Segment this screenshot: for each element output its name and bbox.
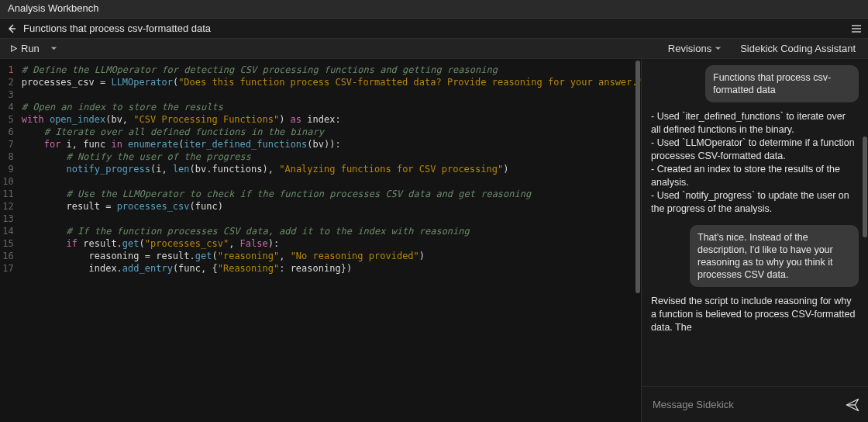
toolbar: Run Revisions Sidekick Coding Assistant: [0, 39, 868, 59]
line-number-gutter: 1234567891011121314151617: [0, 59, 17, 422]
chat-user-message: Functions that process csv-formatted dat…: [705, 65, 859, 102]
code-line[interactable]: # Open an index to store the results: [22, 101, 641, 113]
line-number: 14: [0, 225, 14, 237]
code-line[interactable]: # Iterate over all defined functions in …: [22, 126, 641, 138]
send-icon: [845, 397, 860, 413]
line-number: 15: [0, 237, 14, 250]
code-line[interactable]: for i, func in enumerate(iter_defined_fu…: [22, 138, 641, 150]
menu-button[interactable]: [848, 20, 865, 37]
code-line[interactable]: result = processes_csv(func): [22, 200, 641, 213]
top-bar: Functions that process csv-formatted dat…: [0, 19, 868, 39]
code-line[interactable]: processes_csv = LLMOperator("Does this f…: [22, 76, 641, 88]
revisions-label: Revisions: [668, 43, 711, 54]
chat-scroll-area[interactable]: Functions that process csv-formatted dat…: [642, 59, 868, 386]
line-number: 4: [0, 101, 14, 113]
code-line[interactable]: # Notify the user of the progress: [22, 150, 641, 163]
code-line[interactable]: reasoning = result.get("reasoning", "No …: [22, 250, 641, 262]
run-label: Run: [21, 43, 40, 54]
code-line[interactable]: [22, 213, 641, 225]
code-line[interactable]: # If the function processes CSV data, ad…: [22, 225, 641, 237]
line-number: 6: [0, 126, 14, 138]
chat-input-row: [642, 386, 868, 422]
line-number: 3: [0, 88, 14, 101]
line-number: 2: [0, 76, 14, 88]
line-number: 7: [0, 138, 14, 150]
line-number: 8: [0, 150, 14, 163]
send-button[interactable]: [845, 397, 860, 413]
hamburger-icon: [851, 23, 862, 34]
code-editor[interactable]: 1234567891011121314151617 # Define the L…: [0, 59, 641, 422]
chat-input[interactable]: [653, 399, 845, 410]
line-number: 16: [0, 250, 14, 262]
code-line[interactable]: with open_index(bv, "CSV Processing Func…: [22, 113, 641, 126]
chat-assistant-message: - Used `iter_defined_functions` to itera…: [651, 110, 857, 216]
play-icon: [9, 44, 18, 53]
assistant-panel-title: Sidekick Coding Assistant: [728, 43, 863, 54]
revisions-dropdown[interactable]: Revisions: [662, 43, 728, 54]
line-number: 1: [0, 64, 14, 76]
chat-user-message: That's nice. Instead of the description,…: [690, 225, 859, 287]
code-line[interactable]: [22, 175, 641, 188]
line-number: 9: [0, 163, 14, 175]
assistant-panel: Functions that process csv-formatted dat…: [641, 59, 868, 422]
run-dropdown-icon[interactable]: [50, 45, 57, 52]
scrollbar-thumb[interactable]: [863, 137, 867, 237]
line-number: 11: [0, 188, 14, 200]
app-title: Analysis Workbench: [8, 2, 99, 14]
line-number: 12: [0, 200, 14, 213]
chevron-down-icon: [715, 45, 722, 52]
line-number: 10: [0, 175, 14, 188]
code-line[interactable]: if result.get("processes_csv", False):: [22, 237, 641, 250]
chat-scrollbar[interactable]: [862, 59, 868, 386]
line-number: 17: [0, 262, 14, 275]
code-line[interactable]: # Define the LLMOperator for detecting C…: [22, 64, 641, 76]
back-button[interactable]: [3, 20, 20, 37]
main-area: 1234567891011121314151617 # Define the L…: [0, 59, 868, 422]
code-line[interactable]: # Use the LLMOperator to check if the fu…: [22, 188, 641, 200]
line-number: 13: [0, 213, 14, 225]
code-line[interactable]: notify_progress(i, len(bv.functions), "A…: [22, 163, 641, 175]
document-title: Functions that process csv-formatted dat…: [23, 22, 848, 34]
code-line[interactable]: index.add_entry(func, {"Reasoning": reas…: [22, 262, 641, 275]
title-bar: Analysis Workbench: [0, 0, 868, 19]
scrollbar-thumb[interactable]: [636, 61, 640, 293]
line-number: 5: [0, 113, 14, 126]
editor-scrollbar[interactable]: [635, 59, 641, 422]
run-button[interactable]: Run: [5, 41, 44, 56]
code-line[interactable]: [22, 88, 641, 101]
code-content[interactable]: # Define the LLMOperator for detecting C…: [17, 59, 641, 422]
arrow-left-icon: [5, 22, 18, 35]
chat-assistant-message: Revised the script to include reasoning …: [651, 295, 857, 334]
